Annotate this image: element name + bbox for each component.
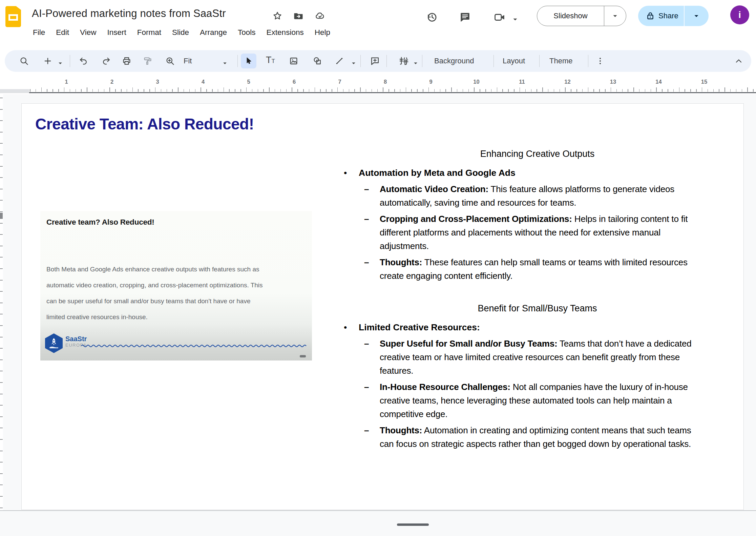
notes-text-box[interactable]: Enhancing Creative Outputs•Automation by… — [335, 147, 740, 453]
bullet-level2[interactable]: –Super Useful for Small and/or Busy Team… — [335, 337, 740, 377]
toolbar-divider — [70, 55, 70, 67]
insert-image-icon[interactable] — [289, 56, 298, 66]
ruler-tick — [337, 87, 338, 92]
zoom-in-icon[interactable] — [165, 56, 175, 66]
notes-drag-handle[interactable] — [397, 523, 429, 526]
ruler-tick — [537, 89, 537, 92]
cloud-saved-icon[interactable] — [315, 11, 325, 21]
ruler-tick — [542, 87, 543, 92]
background-button[interactable]: Background — [434, 50, 474, 72]
toolbar-divider — [422, 55, 422, 67]
dash-marker: – — [364, 337, 369, 350]
text-box-icon[interactable] — [266, 55, 275, 65]
bullet-level2[interactable]: –Thoughts: Automation in creating and op… — [335, 424, 740, 451]
menu-extensions[interactable]: Extensions — [262, 26, 308, 39]
ruler-tick — [451, 87, 452, 92]
ruler-tick — [0, 177, 3, 178]
ruler-number: 15 — [701, 79, 707, 85]
document-title[interactable]: AI-Powered marketing notes from SaaStr — [32, 7, 226, 20]
section-heading[interactable]: Benefit for Small/Busy Teams — [335, 302, 740, 315]
embed-text-line: can be super useful for small and/or bus… — [46, 293, 304, 309]
ruler-tick — [457, 89, 458, 92]
ruler-tick — [685, 89, 685, 92]
search-menus-icon[interactable] — [19, 56, 29, 66]
menu-help[interactable]: Help — [310, 26, 335, 39]
ruler-tick — [0, 428, 3, 428]
saastr-logo-title: SaaStr — [65, 335, 87, 343]
ruler-tick — [64, 87, 65, 92]
input-tools-caret-icon[interactable] — [414, 60, 418, 66]
zoom-caret-icon[interactable] — [223, 60, 227, 66]
bullet-level1[interactable]: •Limited Creative Resources: — [335, 321, 740, 334]
bullet-level2[interactable]: –Cropping and Cross-Placement Optimizati… — [335, 212, 740, 253]
layout-button[interactable]: Layout — [503, 50, 525, 72]
share-caret-icon[interactable] — [685, 15, 709, 18]
ruler-tick — [400, 89, 401, 92]
ruler-tick — [730, 89, 731, 92]
theme-button[interactable]: Theme — [549, 50, 572, 72]
new-slide-plus-icon[interactable] — [43, 56, 52, 66]
version-history-icon[interactable] — [426, 12, 438, 23]
menu-tools[interactable]: Tools — [233, 26, 260, 39]
account-avatar[interactable]: i — [730, 5, 749, 24]
ruler-number: 13 — [610, 79, 616, 85]
bullet-level2[interactable]: –Automatic Video Creation: This feature … — [335, 182, 740, 209]
dash-marker: – — [364, 182, 369, 196]
google-slides-logo-icon[interactable] — [5, 6, 21, 27]
ruler-tick — [0, 291, 3, 292]
ruler-tick — [280, 89, 281, 92]
ruler-tick — [360, 87, 361, 92]
ruler-tick — [218, 89, 218, 92]
insert-comment-icon[interactable] — [370, 56, 380, 66]
select-tool-button[interactable] — [241, 54, 256, 68]
vertical-ruler — [0, 94, 3, 536]
slide-canvas[interactable]: Creative Team: Also Reduced! Creative te… — [21, 103, 744, 510]
print-icon[interactable] — [122, 56, 131, 66]
menu-format[interactable]: Format — [133, 26, 166, 39]
ruler-tick — [0, 234, 3, 235]
menu-file[interactable]: File — [28, 26, 49, 39]
menu-arrange[interactable]: Arrange — [195, 26, 231, 39]
new-slide-caret-icon[interactable] — [58, 60, 62, 66]
slideshow-caret-icon[interactable] — [604, 15, 626, 18]
insert-line-caret-icon[interactable] — [352, 60, 356, 66]
embed-text-line: Both Meta and Google Ads enhance creativ… — [46, 261, 304, 277]
meet-camera-caret-icon[interactable] — [513, 16, 518, 22]
input-tools-icon[interactable] — [399, 56, 408, 66]
section-heading[interactable]: Enhancing Creative Outputs — [335, 147, 740, 161]
ruler-tick — [611, 87, 611, 92]
insert-shape-icon[interactable] — [313, 56, 322, 66]
more-options-icon[interactable] — [595, 56, 605, 66]
paint-format-icon[interactable] — [143, 56, 152, 66]
slideshow-label: Slideshow — [537, 12, 604, 20]
ruler-tick — [0, 485, 3, 485]
move-folder-icon[interactable] — [293, 11, 303, 21]
insert-line-icon[interactable] — [335, 56, 344, 66]
zoom-value[interactable]: Fit — [184, 50, 192, 72]
star-icon[interactable] — [272, 11, 282, 21]
menu-slide[interactable]: Slide — [168, 26, 193, 39]
ruler-tick — [651, 89, 651, 92]
menu-view[interactable]: View — [76, 26, 101, 39]
share-button[interactable]: Share — [638, 6, 709, 26]
redo-icon[interactable] — [102, 56, 111, 66]
menu-edit[interactable]: Edit — [51, 26, 74, 39]
ruler-tick — [656, 87, 657, 92]
bullet-level2[interactable]: –Thoughts: These features can help small… — [335, 255, 740, 283]
collapse-toolbar-icon[interactable] — [734, 56, 743, 66]
slide-title[interactable]: Creative Team: Also Reduced! — [35, 115, 254, 133]
ruler-tick — [502, 89, 503, 92]
ruler-tick — [525, 89, 526, 92]
meet-camera-icon[interactable] — [494, 12, 505, 23]
undo-icon[interactable] — [79, 56, 88, 66]
bullet-level2[interactable]: –In-House Resource Challenges: Not all c… — [335, 380, 740, 421]
slideshow-button[interactable]: Slideshow — [537, 6, 626, 26]
ruler-tick — [0, 98, 3, 98]
menu-insert[interactable]: Insert — [103, 26, 130, 39]
bullet-level1[interactable]: •Automation by Meta and Google Ads — [335, 166, 740, 180]
comments-icon[interactable] — [459, 12, 471, 23]
ruler-tick — [178, 87, 178, 92]
embedded-screenshot-image[interactable]: Creative team? Also Reduced! Both Meta a… — [40, 211, 312, 360]
ruler-tick — [480, 89, 480, 92]
ruler-tick — [81, 89, 82, 92]
